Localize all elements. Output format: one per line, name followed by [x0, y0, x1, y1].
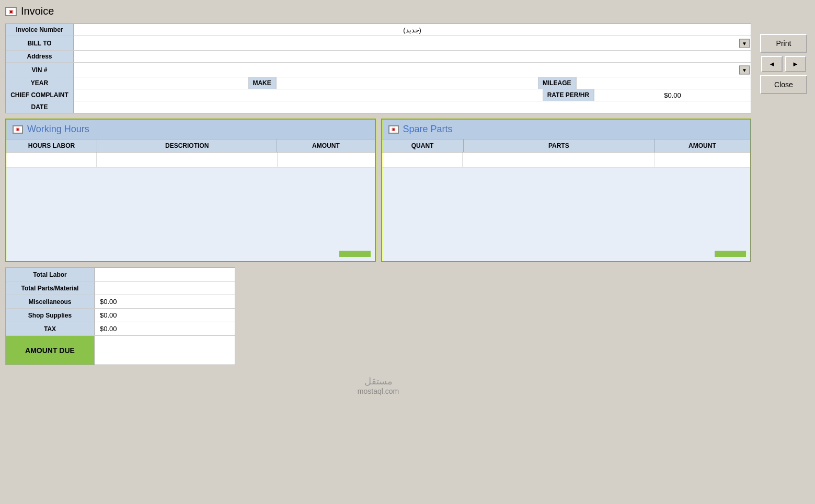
spare-parts-footer: [382, 247, 751, 261]
miscellaneous-label: Miscellaneous: [6, 295, 95, 308]
date-input[interactable]: [76, 103, 748, 111]
bill-to-label: BILL TO: [6, 36, 74, 50]
mileage-sublabel: MILEAGE: [538, 77, 576, 89]
right-panel: Print ◄ ► Close: [757, 24, 810, 94]
working-hours-col-headers: HOURS LABOR DESCRIOTION AMOUNT: [6, 139, 375, 153]
nav-buttons: ◄ ►: [761, 56, 806, 72]
invoice-title-icon: ▣: [5, 7, 17, 16]
invoice-number-value: (جديد): [76, 26, 748, 34]
miscellaneous-row: Miscellaneous $0.00: [6, 295, 235, 309]
make-input[interactable]: [277, 78, 381, 89]
date-label: DATE: [6, 101, 74, 113]
make-field[interactable]: [277, 77, 538, 89]
address-label: Address: [6, 51, 74, 62]
vin-row: VIN # ▼: [6, 63, 751, 77]
year-label: YEAR: [6, 77, 74, 89]
amount-due-row: AMOUNT DUE: [6, 336, 235, 365]
invoice-number-label: Invoice Number: [6, 24, 74, 36]
wh-amount-cell[interactable]: [278, 153, 374, 167]
wh-col-desc: DESCRIOTION: [97, 139, 277, 152]
mileage-input[interactable]: [577, 78, 639, 89]
watermark-arabic: مستقل: [5, 376, 751, 387]
working-hours-title: Working Hours: [27, 124, 89, 135]
make-sublabel: MAKE: [248, 77, 276, 89]
amount-due-label: AMOUNT DUE: [6, 336, 95, 365]
total-parts-value[interactable]: [95, 282, 235, 295]
wh-hours-input[interactable]: [9, 155, 93, 162]
wh-desc-input[interactable]: [100, 155, 274, 162]
vehicle-row: YEAR MAKE MILEAGE: [6, 77, 751, 89]
sp-quant-cell[interactable]: [382, 153, 463, 167]
sections-row: ▣ Working Hours HOURS LABOR DESCRIOTION …: [5, 119, 751, 262]
chief-complaint-input[interactable]: [74, 90, 272, 101]
vehicle-subfields: MAKE MILEAGE: [74, 77, 751, 89]
total-labor-label: Total Labor: [6, 268, 95, 281]
nav-prev-button[interactable]: ◄: [761, 56, 783, 72]
complaint-subfields: RATE PER/HR $0.00: [74, 89, 751, 101]
sp-parts-cell[interactable]: [463, 153, 655, 167]
watermark: مستقل mostaql.com: [5, 365, 751, 398]
total-labor-input[interactable]: [100, 271, 229, 278]
date-row: DATE: [6, 101, 751, 113]
tax-value: $0.00: [95, 322, 235, 335]
address-input[interactable]: [76, 53, 748, 61]
complaint-row: CHIEF COMPLAINT RATE PER/HR $0.00: [6, 89, 751, 101]
make-label-cell: MAKE: [248, 77, 276, 89]
add-spare-parts-button[interactable]: [715, 251, 746, 257]
rate-value-cell: $0.00: [594, 89, 751, 101]
wh-col-hours: HOURS LABOR: [6, 139, 97, 152]
rate-sublabel: RATE PER/HR: [543, 89, 594, 101]
watermark-url: mostaql.com: [5, 387, 751, 395]
sp-col-parts: PARTS: [464, 139, 655, 152]
nav-next-button[interactable]: ►: [785, 56, 806, 72]
address-row: Address: [6, 51, 751, 63]
tax-row: TAX $0.00: [6, 322, 235, 336]
vin-field[interactable]: ▼: [74, 63, 751, 77]
working-hours-body: [6, 153, 375, 247]
year-field[interactable]: [74, 77, 248, 89]
year-input[interactable]: [74, 78, 126, 89]
working-hours-panel: ▣ Working Hours HOURS LABOR DESCRIOTION …: [5, 119, 376, 262]
sp-parts-input[interactable]: [466, 155, 651, 162]
left-section: Invoice Number (جديد) BILL TO ▼ Address: [5, 24, 751, 398]
wh-amount-input[interactable]: [281, 155, 371, 162]
invoice-number-field: (جديد): [74, 24, 751, 36]
date-field[interactable]: [74, 101, 751, 113]
page-title-row: ▣ Invoice: [5, 5, 810, 17]
page-title: Invoice: [21, 5, 54, 17]
wh-desc-cell[interactable]: [97, 153, 278, 167]
close-button[interactable]: Close: [760, 75, 807, 94]
tax-label: TAX: [6, 322, 95, 335]
chief-complaint-field[interactable]: [74, 89, 543, 101]
total-labor-value[interactable]: [95, 268, 235, 281]
sp-col-quant: QUANT: [382, 139, 464, 152]
sp-col-amount: AMOUNT: [655, 139, 750, 152]
spare-parts-icon: ▣: [388, 125, 399, 134]
print-button[interactable]: Print: [760, 34, 807, 53]
vin-select[interactable]: [76, 64, 748, 75]
bill-to-select[interactable]: [76, 38, 748, 49]
working-hours-icon: ▣: [13, 125, 23, 134]
spare-parts-header: ▣ Spare Parts: [382, 120, 751, 139]
spare-parts-panel: ▣ Spare Parts QUANT PARTS AMOUNT: [381, 119, 752, 262]
total-parts-label: Total Parts/Material: [6, 282, 95, 295]
sp-amount-input[interactable]: [658, 155, 747, 162]
wh-hours-cell[interactable]: [6, 153, 97, 167]
mileage-field[interactable]: [577, 77, 751, 89]
sp-amount-cell[interactable]: [655, 153, 750, 167]
total-parts-row: Total Parts/Material: [6, 282, 235, 295]
add-working-hours-button[interactable]: [339, 251, 371, 257]
mileage-label-cell: MILEAGE: [538, 77, 577, 89]
bill-to-field[interactable]: ▼: [74, 36, 751, 50]
amount-due-input[interactable]: [100, 338, 229, 362]
invoice-number-row: Invoice Number (جديد): [6, 24, 751, 36]
sp-quant-input[interactable]: [385, 155, 460, 162]
bill-to-row: BILL TO ▼: [6, 36, 751, 51]
total-parts-input[interactable]: [100, 284, 229, 292]
spare-parts-col-headers: QUANT PARTS AMOUNT: [382, 139, 751, 153]
amount-due-value[interactable]: [95, 336, 235, 365]
address-field[interactable]: [74, 51, 751, 62]
shop-supplies-row: Shop Supplies $0.00: [6, 309, 235, 322]
shop-supplies-value: $0.00: [95, 309, 235, 322]
working-hours-header: ▣ Working Hours: [6, 120, 375, 139]
